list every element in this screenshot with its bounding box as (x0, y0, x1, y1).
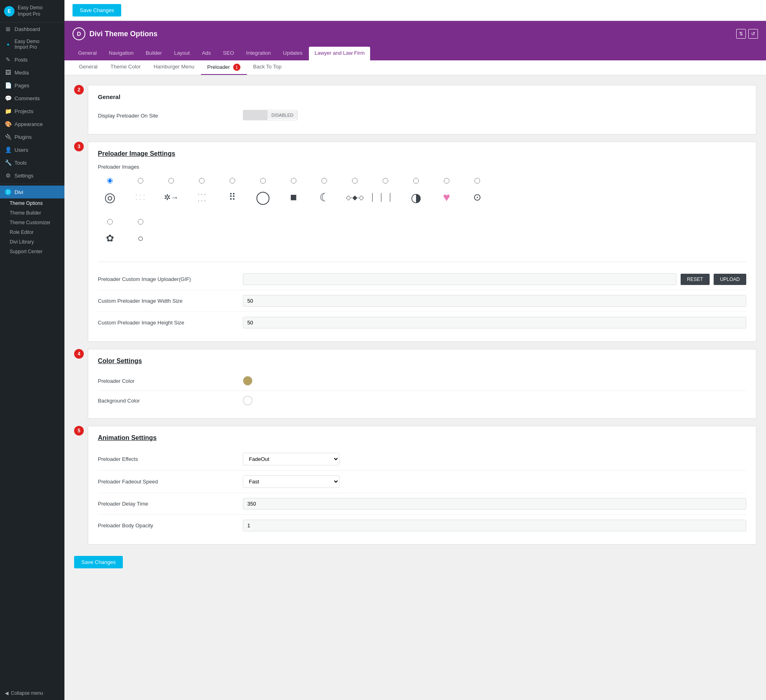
sidebar-item-comments[interactable]: 💬 Comments (0, 92, 64, 105)
preloader-color-swatch[interactable] (243, 376, 253, 386)
tab-primary-builder[interactable]: Builder (140, 47, 168, 60)
preloader-radio-12[interactable] (444, 178, 449, 184)
animation-settings-card-inner: Animation Settings Preloader Effects Fad… (88, 426, 756, 544)
tab-primary-general[interactable]: General (72, 47, 102, 60)
sidebar-item-plugins[interactable]: 🔌 Plugins (0, 130, 64, 143)
tab-primary-navigation[interactable]: Navigation (103, 47, 139, 60)
sidebar-sub-theme-options[interactable]: Theme Options (0, 198, 64, 208)
tab-primary-lawyer[interactable]: Lawyer and Law Firm (309, 47, 370, 60)
nav-prev-button[interactable]: ⇅ (736, 29, 746, 39)
preloader-img-box-12: ♥ (435, 185, 459, 209)
settings-icon: ⚙ (5, 172, 11, 179)
effects-control: FadeOut SlideUp SlideDown ZoomOut (243, 453, 746, 465)
preloader-option-9: ◇·◆·◇ (343, 178, 367, 209)
sidebar-item-posts[interactable]: ✎ Posts (0, 53, 64, 66)
bottom-save-button[interactable]: Save Changes (74, 556, 123, 568)
preloader-images-card: Preloader Image Settings Preloader Image… (88, 142, 756, 343)
display-preloader-label: Display Preloader On Site (98, 113, 235, 119)
appearance-icon: 🎨 (5, 121, 11, 127)
height-input[interactable] (243, 317, 746, 328)
tab-secondary-preloader[interactable]: Preloader 1 (201, 60, 247, 75)
sidebar-item-appearance[interactable]: 🎨 Appearance (0, 118, 64, 130)
custom-image-input[interactable] (243, 273, 677, 285)
preloader-radio-15[interactable] (138, 219, 143, 225)
bottom-save-area: Save Changes (74, 552, 756, 572)
display-preloader-toggle[interactable]: DISABLED (243, 110, 298, 120)
preloader-radio-2[interactable] (138, 178, 143, 184)
fadeout-speed-control: Fast Medium Slow (243, 475, 746, 488)
sidebar-item-media[interactable]: 🖼 Media (0, 66, 64, 79)
sidebar-item-dashboard[interactable]: ⊞ Dashboard (0, 23, 64, 35)
custom-image-label: Preloader Custom Image Uploader(GIF) (98, 276, 235, 282)
preloader-img-box-9: ◇·◆·◇ (343, 185, 367, 209)
sidebar-label-dashboard: Dashboard (14, 26, 40, 32)
tab-primary-ads[interactable]: Ads (196, 47, 216, 60)
preloader-option-4: · · ·· · · (190, 178, 214, 209)
tab-primary-layout[interactable]: Layout (168, 47, 195, 60)
preloader-radio-1[interactable] (107, 178, 113, 184)
content-area: D Divi Theme Options ⇅ ↺ General Navigat… (64, 21, 766, 700)
fadeout-speed-select[interactable]: Fast Medium Slow (243, 475, 340, 488)
preloader-radio-8[interactable] (321, 178, 327, 184)
preloader-radio-4[interactable] (199, 178, 205, 184)
primary-tabs: General Navigation Builder Layout Ads SE… (64, 47, 766, 60)
tab-preloader-badge: 1 (233, 64, 240, 71)
upload-button[interactable]: UPLOAD (714, 274, 746, 285)
animation-settings-section-wrapper: 5 Animation Settings Preloader Effects F… (74, 426, 756, 545)
opacity-control (243, 520, 746, 531)
sidebar-item-projects[interactable]: 📁 Projects (0, 105, 64, 118)
preloader-option-6: ◯ (251, 178, 275, 209)
sidebar-sub-support-center[interactable]: Support Center (0, 247, 64, 256)
uploader-row: RESET UPLOAD (243, 273, 746, 285)
preloader-img-box-11: ◑ (404, 185, 428, 209)
bg-color-swatch[interactable] (243, 396, 253, 405)
preloader-images-grid: ◎ · · ·· · · ✲→ (98, 175, 746, 213)
sidebar-sub-divi-library[interactable]: Divi Library (0, 237, 64, 247)
page-content: 2 General Display Preloader On Site DISA… (64, 75, 766, 582)
sidebar-sub-role-editor[interactable]: Role Editor (0, 227, 64, 237)
preloader-radio-9[interactable] (352, 178, 358, 184)
opacity-label: Preloader Body Opacity (98, 522, 235, 529)
sidebar-item-pages[interactable]: 📄 Pages (0, 79, 64, 92)
collapse-label: Collapse menu (11, 690, 43, 696)
brand-name: Easy Demo Import Pro (18, 5, 43, 17)
width-input[interactable] (243, 295, 746, 307)
tab-primary-integration[interactable]: Integration (240, 47, 276, 60)
width-control (243, 295, 746, 307)
opacity-input[interactable] (243, 520, 746, 531)
preloader-radio-14[interactable] (107, 219, 113, 225)
save-changes-button[interactable]: Save Changes (72, 4, 121, 17)
general-section-wrapper: 2 General Display Preloader On Site DISA… (74, 85, 756, 135)
sidebar-item-divi[interactable]: D Divi (0, 186, 64, 198)
sidebar-sub-theme-customizer[interactable]: Theme Customizer (0, 218, 64, 227)
sidebar-item-easy-demo[interactable]: ● Easy Demo Import Pro (0, 35, 64, 53)
sidebar-item-users[interactable]: 👤 Users (0, 143, 64, 156)
preloader-radio-10[interactable] (383, 178, 388, 184)
tab-secondary-back-to-top[interactable]: Back To Top (247, 60, 288, 75)
width-label: Custom Preloader Image Width Size (98, 298, 235, 304)
reset-button[interactable]: RESET (681, 274, 710, 285)
preloader-radio-5[interactable] (230, 178, 235, 184)
collapse-menu-button[interactable]: ◀ Collapse menu (0, 686, 64, 700)
tab-secondary-general[interactable]: General (72, 60, 104, 75)
preloader-radio-7[interactable] (291, 178, 296, 184)
preloader-images-card-body: Preloader Image Settings Preloader Image… (88, 142, 756, 342)
nav-refresh-button[interactable]: ↺ (748, 29, 758, 39)
delay-control (243, 498, 746, 510)
preloader-radio-13[interactable] (474, 178, 480, 184)
tab-secondary-theme-color[interactable]: Theme Color (104, 60, 147, 75)
custom-image-row: Preloader Custom Image Uploader(GIF) RES… (98, 268, 746, 290)
tab-primary-seo[interactable]: SEO (217, 47, 240, 60)
media-icon: 🖼 (5, 69, 11, 76)
sidebar-sub-theme-builder[interactable]: Theme Builder (0, 208, 64, 218)
tab-secondary-hamburger-menu[interactable]: Hamburger Menu (147, 60, 201, 75)
effects-select[interactable]: FadeOut SlideUp SlideDown ZoomOut (243, 453, 340, 465)
preloader-radio-3[interactable] (168, 178, 174, 184)
sidebar-item-tools[interactable]: 🔧 Tools (0, 156, 64, 169)
preloader-radio-6[interactable] (260, 178, 266, 184)
preloader-radio-11[interactable] (413, 178, 419, 184)
delay-input[interactable] (243, 498, 746, 510)
tab-primary-updates[interactable]: Updates (277, 47, 308, 60)
sidebar-item-settings[interactable]: ⚙ Settings (0, 169, 64, 182)
general-card-inner: General Display Preloader On Site DISABL… (88, 85, 756, 134)
